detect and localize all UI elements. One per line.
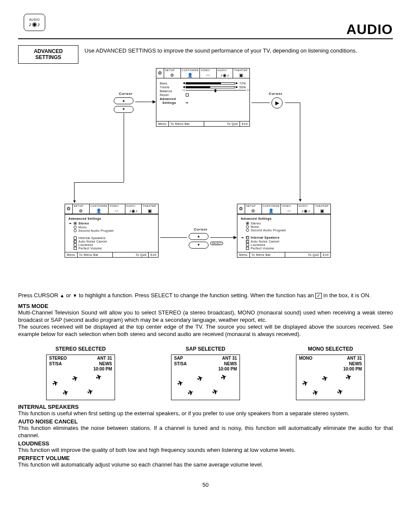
sap-example-screen: SAPANT 31 ST/SANEWS10:00 PM ✈ ✈ ✈ ✈ ✈ xyxy=(171,355,240,400)
osd-tab-theater: THEATER▣ xyxy=(314,204,330,214)
section-heading-line1: ADVANCED xyxy=(26,48,70,54)
adv-item-intspk: Internal Speakers xyxy=(78,236,106,240)
audio-category-icon: AUDIO ♪◉♪ xyxy=(24,14,45,31)
adv-item-mono: Mono xyxy=(251,225,259,228)
mts-paragraph-1: Multi-Channel Television Sound will allo… xyxy=(18,309,393,324)
osd-tab-theater: THEATER▣ xyxy=(142,204,158,214)
mono-example-screen: MONOANT 31 NEWS10:00 PM ✈ ✈ ✈ ✈ ✈ xyxy=(296,355,365,400)
cursor-right-button[interactable]: ▶ xyxy=(271,97,283,109)
auto-noise-cancel-heading: AUTO NOISE CANCEL xyxy=(18,418,393,425)
cursor-up-button-2[interactable]: ▲ xyxy=(189,233,209,240)
page-number: 50 xyxy=(18,482,393,488)
section-heading-line2: SETTINGS xyxy=(26,54,70,60)
gear-icon: ❂ xyxy=(156,68,164,78)
cursor-down-button-2[interactable]: ▼ xyxy=(189,242,209,249)
osd-tab-audio: AUDIO♪◉♪ xyxy=(298,204,314,214)
perfect-volume-heading: PERFECT VOLUME xyxy=(18,455,393,461)
osd-tab-video: VIDEO▫▫ xyxy=(200,68,217,78)
plane-icon: ✈ xyxy=(345,373,353,382)
section-description: Use ADVANCED SETTINGS to improve the sou… xyxy=(84,45,357,54)
plane-icon: ✈ xyxy=(211,387,219,397)
osd-tab-customize: CUSTOMIZE👤 xyxy=(181,68,200,78)
adv-item-sap: Second Audio Program xyxy=(78,229,114,232)
plane-icon: ✈ xyxy=(187,388,195,398)
section-heading-box: ADVANCED SETTINGS xyxy=(18,45,78,64)
osd-tab-theater: THEATER▣ xyxy=(233,68,249,78)
adv-item-anc: Auto Noise Cancel xyxy=(78,240,107,243)
adv-item-loud: Loudness xyxy=(251,243,265,246)
arrow-right-icon: ➡ xyxy=(186,101,189,105)
cursor-instruction: Press CURSOR ▲ or ▼ to highlight a funct… xyxy=(18,292,393,299)
loudness-text: This function will improve the quality o… xyxy=(18,447,393,454)
plane-icon: ✈ xyxy=(311,388,320,398)
footer-to-menu-bar: To Menu Bar xyxy=(78,252,113,257)
osd-tab-setup: SETUP⚙ xyxy=(245,204,262,214)
page-title: AUDIO xyxy=(18,22,393,39)
plane-icon: ✈ xyxy=(220,373,228,382)
note-icon: ♪◉♪ xyxy=(28,21,40,27)
reset-label: Reset xyxy=(160,93,186,96)
plane-icon: ✈ xyxy=(62,388,70,398)
mono-example-title: MONO SELECTED xyxy=(308,346,353,352)
adv-item-loud: Loudness xyxy=(78,243,93,246)
advanced-label-1: Advanced xyxy=(160,97,186,100)
footer-to-quit: To Quit xyxy=(285,252,321,257)
footer-menu: Menu xyxy=(156,121,169,126)
bass-value: 72% xyxy=(239,82,246,85)
osd-tab-video: VIDEO▫▫ xyxy=(109,204,125,214)
perfect-volume-text: This function will automatically adjust … xyxy=(18,461,393,469)
menu-flow-diagram: ❂ SETUP⚙ CUSTOMIZE👤 VIDEO▫▫ AUDIO♪◉♪ THE… xyxy=(18,68,393,288)
auto-noise-cancel-text: This function eliminates the noise betwe… xyxy=(18,425,393,439)
treble-label: Treble xyxy=(160,86,186,89)
plane-icon: ✈ xyxy=(86,387,94,397)
bass-label: Bass xyxy=(160,82,186,85)
osd-tab-setup: SETUP⚙ xyxy=(73,204,90,214)
plane-icon: ✈ xyxy=(95,373,103,382)
stereo-example-screen: STEREOANT 31 ST/SANEWS10:00 PM ✈ ✈ ✈ ✈ ✈ xyxy=(46,355,115,400)
osd-tab-video: VIDEO▫▫ xyxy=(281,204,298,214)
osd-main-menu: ❂ SETUP⚙ CUSTOMIZE👤 VIDEO▫▫ AUDIO♪◉♪ THE… xyxy=(156,68,250,127)
adv-item-mono: Mono xyxy=(78,226,87,229)
gear-icon: ❂ xyxy=(237,204,245,214)
osd-tab-audio: AUDIO♪◉♪ xyxy=(217,68,234,78)
footer-to-quit: To Quit xyxy=(204,121,240,126)
gear-icon: ❂ xyxy=(65,204,73,214)
mts-mode-heading: MTS MODE xyxy=(18,303,393,309)
adv-item-intspk: Internal Speakers xyxy=(251,236,280,239)
osd-advanced-right: ❂ SETUP⚙ CUSTOMIZE👤 VIDEO▫▫ AUDIO♪◉♪ THE… xyxy=(237,204,331,258)
check-icon: ✓ xyxy=(315,293,322,299)
adv-item-anc: Auto Noise Cancel xyxy=(251,240,279,243)
footer-to-menu-bar: To Menu Bar xyxy=(250,252,286,257)
footer-menu: Menu xyxy=(65,252,78,257)
mode-examples: STEREO SELECTED STEREOANT 31 ST/SANEWS10… xyxy=(18,346,393,400)
adv-item-sap: Second Audio Program xyxy=(251,229,286,232)
adv-right-title: Advanced Settings xyxy=(241,217,327,220)
cursor-up-button[interactable]: ▲ xyxy=(114,97,134,104)
adv-item-stereo: Stereo xyxy=(251,222,261,225)
adv-item-pv: Perfect Volume xyxy=(251,247,274,250)
plane-icon: ✈ xyxy=(301,379,309,388)
cursor-down-button[interactable]: ▼ xyxy=(114,106,134,113)
osd-tab-customize: CUSTOMIZE👤 xyxy=(90,204,109,214)
loudness-heading: LOUDNESS xyxy=(18,440,393,447)
advanced-label-2: Settings xyxy=(160,101,186,104)
osd-tab-audio: AUDIO♪◉♪ xyxy=(125,204,142,214)
mts-paragraph-2: The sources received will be displayed a… xyxy=(18,324,393,338)
osd-tab-setup: SETUP⚙ xyxy=(164,68,181,78)
footer-exit: Exit xyxy=(240,121,249,126)
adv-item-stereo: Stereo xyxy=(78,222,89,225)
stereo-example-title: STEREO SELECTED xyxy=(56,346,106,352)
adv-left-title: Adavanced Settings xyxy=(68,217,155,220)
footer-exit: Exit xyxy=(321,252,330,257)
balance-label: Balance xyxy=(160,90,186,93)
plane-icon: ✈ xyxy=(321,374,329,383)
reset-checkbox xyxy=(186,93,189,96)
footer-to-quit: To Quit xyxy=(113,252,149,257)
internal-speakers-heading: INTERNAL SPEAKERS xyxy=(18,404,393,410)
select-button[interactable]: SELECT xyxy=(210,242,223,245)
plane-icon: ✈ xyxy=(51,379,59,388)
footer-exit: Exit xyxy=(149,252,158,257)
internal-speakers-text: This function is useful when first setti… xyxy=(18,410,393,417)
plane-icon: ✈ xyxy=(176,379,184,388)
cursor-label-1: Cursor xyxy=(119,92,133,96)
